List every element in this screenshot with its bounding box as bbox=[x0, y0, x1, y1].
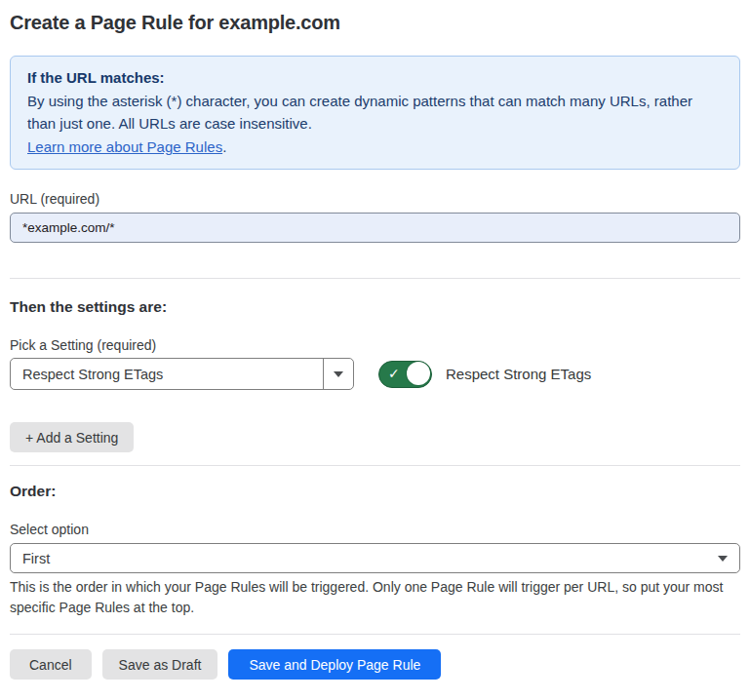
pick-setting-label: Pick a Setting (required) bbox=[10, 337, 740, 354]
callout-heading: If the URL matches: bbox=[27, 66, 723, 89]
footer-divider bbox=[10, 634, 740, 635]
setting-row: Respect Strong ETags ✓ Respect Strong ET… bbox=[10, 358, 740, 390]
respect-etags-toggle[interactable]: ✓ bbox=[378, 361, 432, 388]
url-field-label: URL (required) bbox=[10, 191, 740, 208]
order-help-text: This is the order in which your Page Rul… bbox=[10, 577, 731, 618]
link-suffix: . bbox=[222, 138, 226, 155]
save-as-draft-button[interactable]: Save as Draft bbox=[102, 649, 218, 680]
toggle-label: Respect Strong ETags bbox=[446, 366, 591, 382]
learn-more-link[interactable]: Learn more about Page Rules bbox=[27, 138, 222, 155]
url-input[interactable] bbox=[10, 213, 740, 243]
chevron-down-icon bbox=[334, 371, 343, 377]
create-page-rule-form: Create a Page Rule for example.com If th… bbox=[0, 0, 750, 680]
callout-link-line: Learn more about Page Rules. bbox=[27, 136, 723, 158]
order-section-heading: Order: bbox=[10, 482, 740, 500]
check-icon: ✓ bbox=[388, 366, 400, 382]
order-select[interactable]: First bbox=[10, 543, 740, 573]
toggle-knob bbox=[407, 362, 430, 385]
section-divider bbox=[10, 465, 740, 466]
setting-select-arrow-button[interactable] bbox=[323, 359, 353, 389]
url-match-callout: If the URL matches: By using the asteris… bbox=[10, 56, 740, 170]
footer-actions: Cancel Save as Draft Save and Deploy Pag… bbox=[10, 649, 740, 680]
section-divider bbox=[10, 278, 740, 279]
order-select-value: First bbox=[22, 551, 50, 566]
setting-select[interactable]: Respect Strong ETags bbox=[10, 358, 354, 390]
callout-body-text: By using the asterisk (*) character, you… bbox=[27, 90, 723, 135]
settings-section-heading: Then the settings are: bbox=[10, 297, 740, 316]
add-setting-button[interactable]: + Add a Setting bbox=[10, 422, 134, 452]
save-and-deploy-button[interactable]: Save and Deploy Page Rule bbox=[228, 649, 441, 680]
cancel-button[interactable]: Cancel bbox=[10, 649, 92, 680]
setting-select-value: Respect Strong ETags bbox=[11, 359, 323, 389]
order-select-label: Select option bbox=[10, 522, 740, 538]
page-title: Create a Page Rule for example.com bbox=[10, 11, 740, 34]
chevron-down-icon bbox=[718, 556, 728, 562]
